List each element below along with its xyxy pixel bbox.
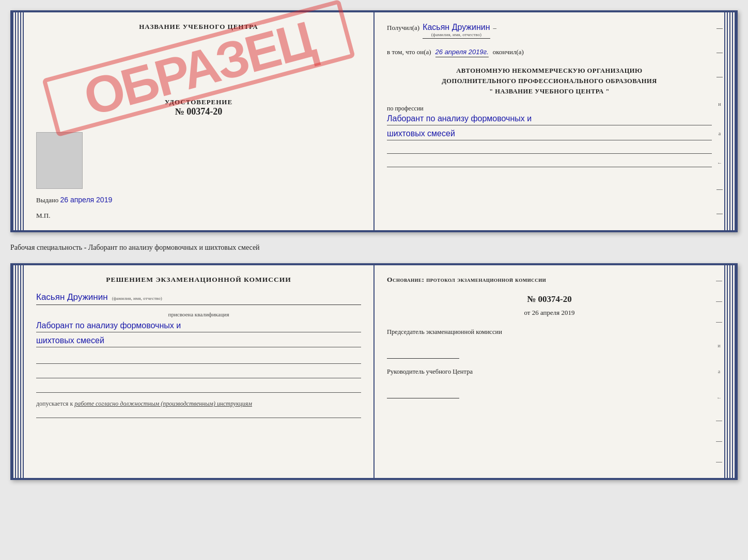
cert-label: УДОСТОВЕРЕНИЕ <box>36 98 361 106</box>
vtom-prefix: в том, что он(а) <box>387 48 431 56</box>
osnovanye-title: Основание: протокол экзаменационной коми… <box>387 276 712 284</box>
qual-line2: шихтовых смесей <box>36 334 361 347</box>
protocol-number: № 00374-20 <box>387 294 712 305</box>
top-left-panel: НАЗВАНИЕ УЧЕБНОГО ЦЕНТРА ОБРАЗЕЦ УДОСТОВ… <box>24 12 375 230</box>
mp-label: М.П. <box>36 212 50 220</box>
received-name: Касьян Дружинин (фамилия, имя, отчество) <box>423 23 490 39</box>
underline1 <box>387 142 712 154</box>
sign-line2 <box>36 367 361 378</box>
top-document: НАЗВАНИЕ УЧЕБНОГО ЦЕНТРА ОБРАЗЕЦ УДОСТОВ… <box>10 10 738 232</box>
qualification-label: присвоена квалификация <box>36 311 361 317</box>
right-margin-deco-bottom: и а ← <box>714 265 724 478</box>
sign-lines <box>36 353 361 393</box>
qual-underline2: шихтовых смесей <box>36 334 361 347</box>
допускается-underline <box>36 408 361 418</box>
spine-left-bottom <box>12 265 24 478</box>
received-prefix: Получил(а) <box>387 24 419 32</box>
sign-line3 <box>36 381 361 393</box>
decision-title: Решением экзаменационной комиссии <box>36 276 361 284</box>
qual-line1: Лаборант по анализу формовочных и <box>36 319 361 332</box>
org-line3: " НАЗВАНИЕ УЧЕБНОГО ЦЕНТРА " <box>387 86 712 97</box>
vtom-date: 26 апреля 2019г. <box>435 48 489 57</box>
issued-prefix: Выдано <box>36 196 58 204</box>
between-docs-label: Рабочая специальность - Лаборант по анал… <box>10 242 738 254</box>
chairman-sign-line <box>387 347 459 359</box>
okончил: окончил(а) <box>493 48 524 56</box>
fio-label-bottom: (фамилия, имя, отчество) <box>112 296 162 301</box>
spine-left <box>12 12 24 230</box>
chairman-label: Председатель экзаменационной комиссии <box>387 327 712 337</box>
sign-line1 <box>36 353 361 364</box>
profession-line1: Лаборант по анализу формовочных и <box>387 113 712 125</box>
issued-date-handwritten: 26 апреля 2019 <box>60 196 113 204</box>
director-sign-line <box>387 387 459 398</box>
spine-right-bottom <box>724 265 736 478</box>
director-block: Руководитель учебного Центра <box>387 367 712 398</box>
vtom-line: в том, что он(а) 26 апреля 2019г. окончи… <box>387 48 712 57</box>
bottom-document: Решением экзаменационной комиссии Касьян… <box>10 263 738 480</box>
underline2 <box>387 156 712 167</box>
org-line2: ДОПОЛНИТЕЛЬНОГО ПРОФЕССИОНАЛЬНОГО ОБРАЗО… <box>387 76 712 86</box>
protocol-date-prefix: от <box>524 309 530 316</box>
org-line1: АВТОНОМНУЮ НЕКОММЕРЧЕСКУЮ ОРГАНИЗАЦИЮ <box>387 66 712 76</box>
fio-label: (фамилия, имя, отчество) <box>423 32 490 37</box>
protocol-date: от 26 апреля 2019 <box>387 309 712 317</box>
right-margin-deco: и а ← <box>715 12 724 230</box>
protocol-date-value: 26 апреля 2019 <box>532 309 575 316</box>
допускается-text: работе согласно должностным (производств… <box>74 400 252 407</box>
допускается-block: допускается к работе согласно должностны… <box>36 400 361 408</box>
bottom-left-panel: Решением экзаменационной комиссии Касьян… <box>24 265 375 478</box>
profession-block: по профессии Лаборант по анализу формово… <box>387 105 712 167</box>
org-block: АВТОНОМНУЮ НЕКОММЕРЧЕСКУЮ ОРГАНИЗАЦИЮ ДО… <box>387 66 712 97</box>
issued-date-block: Выдано 26 апреля 2019 <box>36 196 361 204</box>
chairman-block: Председатель экзаменационной комиссии <box>387 327 712 359</box>
person-name-line: Касьян Дружинин (фамилия, имя, отчество) <box>36 292 361 305</box>
person-name: Касьян Дружинин <box>36 292 108 302</box>
photo-placeholder <box>36 132 83 189</box>
director-label: Руководитель учебного Центра <box>387 367 712 377</box>
profession-line2: шихтовых смесей <box>387 127 712 140</box>
top-right-panel: Получил(а) Касьян Дружинин (фамилия, имя… <box>375 12 724 230</box>
received-line: Получил(а) Касьян Дружинин (фамилия, имя… <box>387 23 712 39</box>
cert-number: № 00374-20 <box>36 106 361 117</box>
top-cert-title: НАЗВАНИЕ УЧЕБНОГО ЦЕНТРА <box>36 23 361 31</box>
допускается-prefix: допускается к <box>36 400 73 407</box>
qual-underline1: Лаборант по анализу формовочных и <box>36 319 361 332</box>
profession-label: по профессии <box>387 105 712 113</box>
spine-right <box>724 12 736 230</box>
cert-number-block: УДОСТОВЕРЕНИЕ № 00374-20 <box>36 98 361 117</box>
bottom-right-panel: Основание: протокол экзаменационной коми… <box>375 265 724 478</box>
